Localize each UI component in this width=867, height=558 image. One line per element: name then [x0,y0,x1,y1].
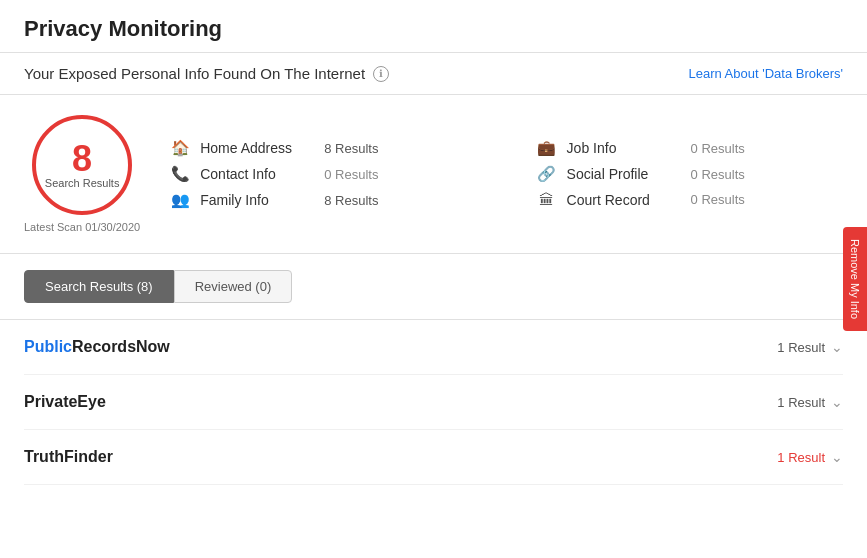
result-right-publicrecordsnow[interactable]: 1 Result ⌄ [777,339,843,355]
family-info-label: Family Info [200,192,310,208]
tab-search-results[interactable]: Search Results (8) [24,270,174,303]
family-info-count: 8 Results [324,193,378,208]
scan-date: Latest Scan 01/30/2020 [24,221,140,233]
page-title: Privacy Monitoring [24,16,843,42]
contact-info-label: Contact Info [200,166,310,182]
social-profile-count: 0 Results [691,167,745,182]
results-count: 8 [72,141,92,177]
tab-reviewed[interactable]: Reviewed (0) [174,270,293,303]
result-item-publicrecordsnow: PublicRecordsNow 1 Result ⌄ [24,320,843,375]
info-col-left: 🏠 Home Address 8 Results 📞 Contact Info … [170,139,476,209]
chevron-icon-publicrecordsnow: ⌄ [831,339,843,355]
result-item-truthfinder: TruthFinder 1 Result ⌄ [24,430,843,485]
site-name-privateeye: PrivateEye [24,393,106,411]
chevron-icon-privateeye: ⌄ [831,394,843,410]
search-results-circle: 8 Search Results [32,115,132,215]
result-count-publicrecordsnow: 1 Result [777,340,825,355]
results-label: Search Results [45,177,120,189]
social-profile-row: 🔗 Social Profile 0 Results [537,165,843,183]
contact-info-count: 0 Results [324,167,378,182]
site-name-publicrecordsnow: PublicRecordsNow [24,338,170,356]
site-name-truthfinder: TruthFinder [24,448,113,466]
job-icon: 💼 [537,139,557,157]
tabs-bar: Search Results (8) Reviewed (0) [0,254,867,320]
job-info-row: 💼 Job Info 0 Results [537,139,843,157]
info-col-right: 💼 Job Info 0 Results 🔗 Social Profile 0 … [537,139,843,209]
family-info-row: 👥 Family Info 8 Results [170,191,476,209]
result-count-truthfinder: 1 Result [777,450,825,465]
home-address-label: Home Address [200,140,310,156]
home-address-count: 8 Results [324,141,378,156]
result-right-truthfinder[interactable]: 1 Result ⌄ [777,449,843,465]
home-icon: 🏠 [170,139,190,157]
court-record-row: 🏛 Court Record 0 Results [537,191,843,208]
court-icon: 🏛 [537,191,557,208]
contact-info-row: 📞 Contact Info 0 Results [170,165,476,183]
results-list: PublicRecordsNow 1 Result ⌄ PrivateEye 1… [0,320,867,485]
result-item-privateeye: PrivateEye 1 Result ⌄ [24,375,843,430]
result-count-privateeye: 1 Result [777,395,825,410]
court-record-label: Court Record [567,192,677,208]
job-info-label: Job Info [567,140,677,156]
result-right-privateeye[interactable]: 1 Result ⌄ [777,394,843,410]
home-address-row: 🏠 Home Address 8 Results [170,139,476,157]
side-flag[interactable]: Remove My Info [843,227,867,331]
info-grid: 🏠 Home Address 8 Results 📞 Contact Info … [170,139,843,209]
social-profile-label: Social Profile [567,166,677,182]
chevron-icon-truthfinder: ⌄ [831,449,843,465]
family-icon: 👥 [170,191,190,209]
social-icon: 🔗 [537,165,557,183]
phone-icon: 📞 [170,165,190,183]
exposed-info-label: Your Exposed Personal Info Found On The … [24,65,365,82]
job-info-count: 0 Results [691,141,745,156]
info-icon[interactable]: ℹ [373,66,389,82]
court-record-count: 0 Results [691,192,745,207]
learn-link[interactable]: Learn About 'Data Brokers' [688,66,843,81]
